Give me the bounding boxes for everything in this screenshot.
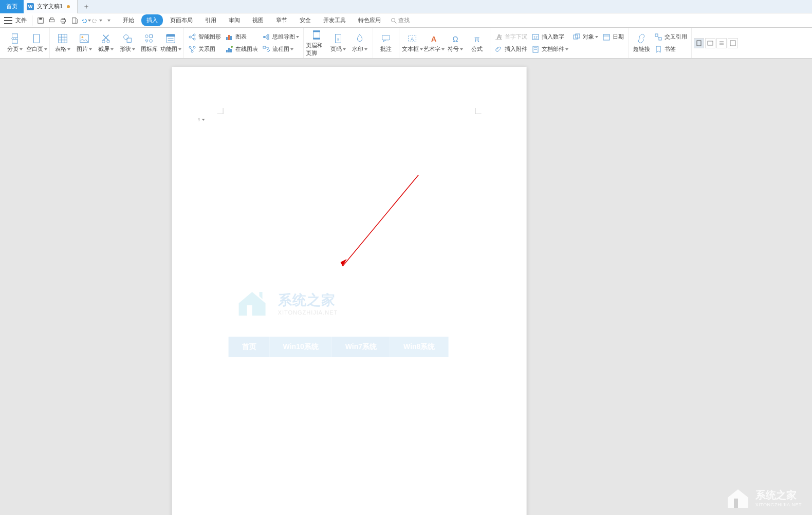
svg-text:A: A — [431, 35, 437, 43]
bookmark-button[interactable]: 书签 — [652, 44, 689, 55]
svg-point-51 — [268, 36, 269, 38]
ribbon-tab-reference[interactable]: 引用 — [200, 14, 222, 26]
svg-line-35 — [191, 35, 193, 37]
svg-text:A: A — [411, 36, 414, 42]
qat-customize-button[interactable] — [103, 15, 114, 26]
file-menu[interactable]: 文件 — [15, 16, 27, 24]
svg-rect-42 — [226, 37, 228, 40]
house-icon — [725, 486, 751, 509]
ribbon-tab-chapter[interactable]: 章节 — [271, 14, 292, 26]
annotation-arrow-icon — [337, 175, 424, 272]
save-button[interactable] — [35, 15, 46, 26]
dropcap-button: A首字下沉 — [492, 31, 529, 43]
watermark-nav-item: 首页 — [229, 337, 270, 357]
icon-library-button[interactable]: 图标库 — [138, 29, 160, 57]
ribbon-tab-special[interactable]: 特色应用 — [353, 14, 386, 26]
watermark-button[interactable]: 水印 — [349, 29, 371, 57]
svg-rect-56 — [263, 46, 266, 48]
svg-point-50 — [268, 34, 269, 35]
svg-line-95 — [343, 175, 419, 266]
date-button[interactable]: 日期 — [600, 31, 626, 43]
ribbon-tab-view[interactable]: 视图 — [247, 14, 269, 26]
tab-home[interactable]: 首页 — [0, 0, 24, 13]
doc-parts-button[interactable]: 文档部件 — [529, 44, 570, 55]
svg-point-33 — [193, 34, 195, 36]
ribbon-tab-devtools[interactable]: 开发工具 — [318, 14, 351, 26]
table-button[interactable]: 表格 — [52, 29, 73, 57]
ribbon-tab-start[interactable]: 开始 — [118, 14, 139, 26]
undo-button[interactable] — [81, 15, 91, 26]
document-page[interactable]: 系统之家 XITONGZHIJIA.NET 首页 Win10系统 Win7系统 … — [172, 67, 527, 515]
svg-rect-84 — [659, 38, 661, 40]
watermark-brand-en: XITONGZHIJIA.NET — [278, 309, 338, 316]
unsaved-indicator-icon — [67, 5, 70, 8]
svg-line-55 — [265, 37, 267, 39]
ribbon-tab-pagelayout[interactable]: 页面布局 — [165, 14, 198, 26]
svg-rect-44 — [230, 36, 232, 40]
svg-text:π: π — [474, 35, 479, 43]
crossref-button[interactable]: 交叉引用 — [652, 31, 689, 43]
paragraph-options-icon[interactable] — [198, 116, 205, 123]
redo-button[interactable] — [92, 15, 102, 26]
search-button[interactable]: 查找 — [390, 16, 410, 24]
insert-number-button[interactable]: 12插入数字 — [529, 31, 570, 43]
equation-button[interactable]: π 公式 — [466, 29, 488, 57]
page-break-button[interactable]: 分页 — [4, 29, 26, 57]
svg-point-37 — [189, 46, 191, 48]
mindmap-button[interactable]: 思维导图 — [260, 31, 301, 43]
tab-document-title: 文字文稿1 — [37, 3, 63, 10]
symbol-button[interactable]: Ω 符号 — [445, 29, 466, 57]
svg-point-48 — [231, 46, 233, 48]
ribbon-tab-review[interactable]: 审阅 — [224, 14, 245, 26]
tab-add-button[interactable]: ＋ — [78, 0, 95, 13]
smartart-button[interactable]: 智能图形 — [186, 31, 223, 43]
flowchart-button[interactable]: 流程图 — [260, 44, 301, 55]
relation-chart-button[interactable]: 关系图 — [186, 44, 223, 55]
svg-rect-47 — [230, 49, 232, 52]
svg-point-32 — [189, 36, 191, 38]
svg-rect-1 — [39, 17, 42, 20]
online-chart-button[interactable]: 在线图表 — [223, 44, 260, 55]
header-footer-button[interactable]: 页眉和页脚 — [306, 29, 327, 57]
blank-page-button[interactable]: 空白页 — [26, 29, 47, 57]
print-button[interactable] — [58, 15, 68, 26]
chart-button[interactable]: 图表 — [223, 31, 260, 43]
hyperlink-button[interactable]: 超链接 — [631, 29, 652, 57]
view-mode-web-button[interactable] — [705, 38, 715, 48]
svg-rect-98 — [734, 499, 738, 508]
view-mode-page-button[interactable] — [694, 38, 704, 48]
screenshot-button[interactable]: 截屏 — [95, 29, 117, 57]
export-pdf-button[interactable] — [69, 15, 80, 26]
view-mode-fullscreen-button[interactable] — [728, 38, 738, 48]
menu-bar: 文件 开始 插入 页面布局 引用 审阅 视图 章节 安全 开发工具 特色应用 查… — [0, 13, 812, 28]
picture-button[interactable]: 图片 — [73, 29, 95, 57]
svg-text:12: 12 — [533, 35, 538, 39]
document-area[interactable]: 系统之家 XITONGZHIJIA.NET 首页 Win10系统 Win7系统 … — [0, 59, 812, 515]
textbox-button[interactable]: A 文本框 — [401, 29, 423, 57]
ribbon-tab-insert[interactable]: 插入 — [141, 14, 163, 26]
shape-button[interactable]: 形状 — [117, 29, 138, 57]
object-button[interactable]: 对象 — [570, 31, 600, 43]
svg-point-27 — [150, 40, 153, 43]
comment-button[interactable]: 批注 — [375, 29, 397, 57]
svg-rect-91 — [730, 41, 735, 46]
wordart-button[interactable]: A 艺术字 — [423, 29, 445, 57]
page-number-button[interactable]: # 页码 — [327, 29, 349, 57]
tab-document[interactable]: W 文字文稿1 — [24, 0, 78, 13]
svg-rect-13 — [34, 34, 40, 43]
svg-point-23 — [124, 35, 128, 40]
svg-point-52 — [268, 38, 269, 40]
corner-brand-cn: 系统之家 — [755, 488, 802, 502]
svg-rect-81 — [603, 34, 610, 40]
hamburger-icon[interactable] — [4, 17, 12, 24]
svg-line-53 — [265, 35, 267, 37]
print-preview-button[interactable] — [47, 15, 57, 26]
function-chart-button[interactable]: 功能图 — [160, 29, 181, 57]
svg-point-34 — [193, 38, 195, 40]
insert-attachment-button[interactable]: 插入附件 — [492, 44, 529, 55]
house-icon — [234, 288, 271, 319]
svg-point-20 — [82, 36, 84, 38]
svg-rect-45 — [226, 50, 228, 52]
view-mode-outline-button[interactable] — [716, 38, 727, 48]
ribbon-tab-security[interactable]: 安全 — [294, 14, 316, 26]
